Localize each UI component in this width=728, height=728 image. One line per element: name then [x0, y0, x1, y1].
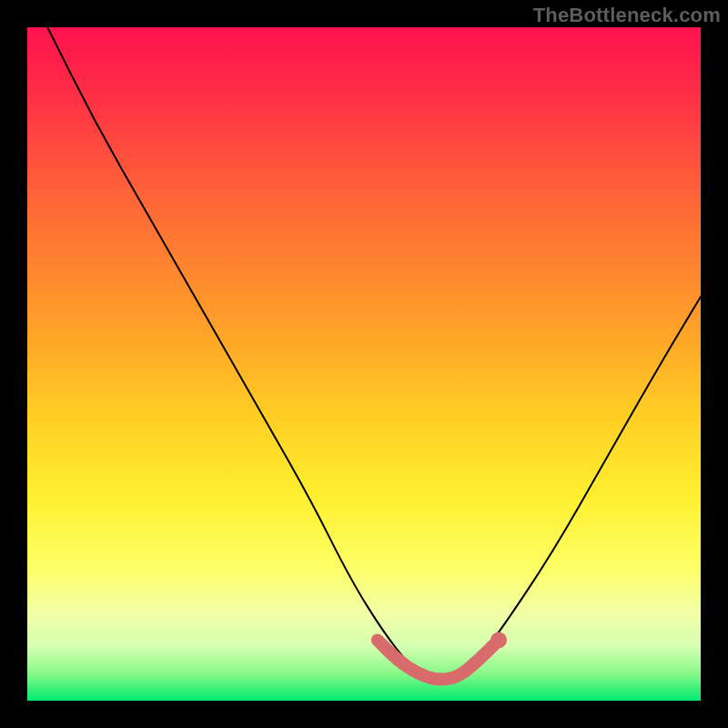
- curve-layer: [27, 27, 701, 701]
- optimal-zone-highlight: [378, 640, 499, 679]
- bottleneck-curve: [47, 27, 701, 681]
- plot-area: [27, 27, 701, 701]
- optimal-zone-end-dot: [490, 632, 507, 648]
- chart-frame: TheBottleneck.com: [0, 0, 728, 728]
- watermark-text: TheBottleneck.com: [533, 4, 721, 27]
